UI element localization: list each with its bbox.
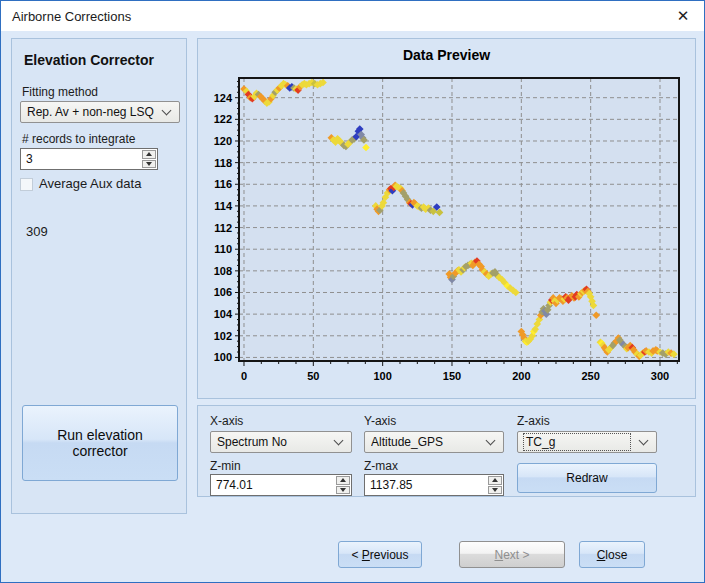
close-button[interactable]: Close xyxy=(579,541,645,568)
fitting-method-select[interactable]: Rep. Av + non-neg LSQ xyxy=(20,101,180,123)
airborne-corrections-dialog: Airborne Corrections ✕ Elevation Correct… xyxy=(0,0,705,583)
triangle-up-icon xyxy=(492,478,498,482)
triangle-down-icon xyxy=(492,488,498,492)
triangle-down-icon xyxy=(340,488,346,492)
z-min-stepper[interactable]: 774.01 xyxy=(210,474,352,496)
run-button-label: Run elevationcorrector xyxy=(57,427,143,459)
average-aux-data-checkbox[interactable] xyxy=(20,178,33,191)
chevron-down-icon xyxy=(334,435,344,445)
spin-down-button[interactable] xyxy=(336,486,350,495)
run-elevation-corrector-button[interactable]: Run elevationcorrector xyxy=(22,405,178,481)
records-to-integrate-label: # records to integrate xyxy=(22,132,135,146)
svg-text:114: 114 xyxy=(214,200,233,212)
svg-text:118: 118 xyxy=(214,157,232,169)
z-axis-select[interactable]: TC_g xyxy=(517,431,657,453)
z-max-stepper[interactable]: 1137.85 xyxy=(364,474,504,496)
svg-text:116: 116 xyxy=(214,178,232,190)
triangle-up-icon xyxy=(146,152,152,156)
svg-text:250: 250 xyxy=(581,370,599,382)
records-to-integrate-stepper[interactable]: 3 xyxy=(20,148,158,170)
spin-up-button[interactable] xyxy=(488,476,502,485)
panel-heading: Elevation Corrector xyxy=(24,52,154,68)
svg-text:300: 300 xyxy=(651,370,669,382)
svg-text:100: 100 xyxy=(214,351,232,363)
record-count-text: 309 xyxy=(26,224,48,239)
stepper-buttons xyxy=(487,475,503,495)
x-axis-label: X-axis xyxy=(210,414,243,428)
close-icon[interactable]: ✕ xyxy=(666,1,700,31)
svg-text:122: 122 xyxy=(214,113,232,125)
previous-button[interactable]: < Previous xyxy=(338,541,422,568)
titlebar: Airborne Corrections xyxy=(1,1,704,31)
svg-text:0: 0 xyxy=(241,370,247,382)
spin-down-button[interactable] xyxy=(488,486,502,495)
z-max-value[interactable]: 1137.85 xyxy=(365,475,487,495)
z-axis-value: TC_g xyxy=(524,434,630,450)
svg-text:124: 124 xyxy=(214,92,233,104)
redraw-button[interactable]: Redraw xyxy=(517,463,657,493)
svg-text:106: 106 xyxy=(214,286,232,298)
svg-text:110: 110 xyxy=(214,243,232,255)
fitting-method-label: Fitting method xyxy=(22,85,98,99)
spin-up-button[interactable] xyxy=(336,476,350,485)
records-to-integrate-value[interactable]: 3 xyxy=(21,149,141,169)
next-button[interactable]: Next > xyxy=(459,541,565,568)
close-button-label: Close xyxy=(597,548,628,562)
axis-controls-panel: X-axis Spectrum No Y-axis Altitude_GPS Z… xyxy=(197,405,696,497)
svg-text:102: 102 xyxy=(214,330,232,342)
spin-down-button[interactable] xyxy=(142,160,156,169)
z-axis-label: Z-axis xyxy=(517,414,550,428)
data-preview-chart: 0501001502002503001001021041061081101121… xyxy=(198,39,695,398)
triangle-up-icon xyxy=(340,478,346,482)
elevation-corrector-panel: Elevation Corrector Fitting method Rep. … xyxy=(11,38,187,514)
svg-text:50: 50 xyxy=(307,370,319,382)
z-min-label: Z-min xyxy=(210,459,241,473)
z-min-value[interactable]: 774.01 xyxy=(211,475,335,495)
svg-text:100: 100 xyxy=(373,370,391,382)
spin-up-button[interactable] xyxy=(142,150,156,159)
fitting-method-value: Rep. Av + non-neg LSQ xyxy=(27,105,157,119)
data-preview-panel: Data Preview 050100150200250300100102104… xyxy=(197,38,696,399)
next-button-label: Next > xyxy=(494,548,529,562)
average-aux-data-label: Average Aux data xyxy=(39,176,141,191)
stepper-buttons xyxy=(141,149,157,169)
svg-text:104: 104 xyxy=(214,308,233,320)
x-axis-select[interactable]: Spectrum No xyxy=(210,431,352,453)
x-axis-value: Spectrum No xyxy=(217,435,329,449)
svg-text:108: 108 xyxy=(214,265,232,277)
svg-text:150: 150 xyxy=(443,370,461,382)
chevron-down-icon xyxy=(162,105,172,115)
y-axis-value: Altitude_GPS xyxy=(371,435,481,449)
triangle-down-icon xyxy=(146,162,152,166)
svg-text:112: 112 xyxy=(214,222,232,234)
y-axis-label: Y-axis xyxy=(364,414,396,428)
stepper-buttons xyxy=(335,475,351,495)
chevron-down-icon xyxy=(639,435,649,445)
previous-button-label: < Previous xyxy=(351,548,408,562)
z-max-label: Z-max xyxy=(364,459,398,473)
y-axis-select[interactable]: Altitude_GPS xyxy=(364,431,504,453)
window-title: Airborne Corrections xyxy=(12,9,131,24)
svg-text:120: 120 xyxy=(214,135,232,147)
svg-text:200: 200 xyxy=(512,370,530,382)
chevron-down-icon xyxy=(486,435,496,445)
